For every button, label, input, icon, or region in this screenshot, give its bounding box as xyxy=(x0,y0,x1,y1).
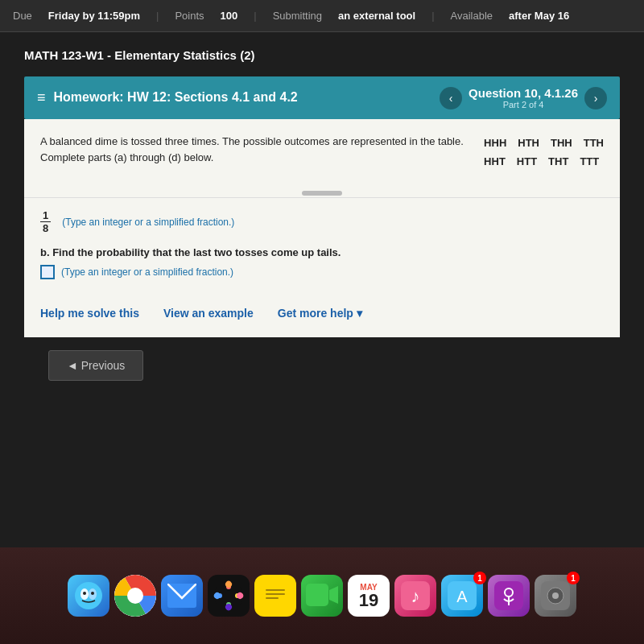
part-b-label: b. Find the probability that the last tw… xyxy=(40,246,604,258)
scroll-pill xyxy=(302,191,342,196)
outcome-table: HHH HTH THH TTH HHT HTT THT TTT xyxy=(484,134,604,171)
hw-label: Homework: xyxy=(54,90,124,104)
svg-rect-17 xyxy=(262,583,288,609)
fraction-denominator: 8 xyxy=(40,222,51,235)
answer-input-row: (Type an integer or a simplified fractio… xyxy=(40,265,604,279)
dock-calendar-icon[interactable]: MAY 19 xyxy=(348,575,390,617)
hamburger-icon[interactable]: ≡ xyxy=(37,89,46,106)
outcome-tth: TTH xyxy=(584,134,604,152)
dock-appstore-icon[interactable]: 1 A xyxy=(441,575,483,617)
due-label: Due xyxy=(13,10,32,22)
part-a-hint: (Type an integer or a simplified fractio… xyxy=(62,217,234,228)
svg-rect-18 xyxy=(266,589,285,591)
outcome-hth: HTH xyxy=(518,134,539,152)
dock-photos-icon[interactable] xyxy=(208,575,250,617)
help-buttons: Help me solve this View an example Get m… xyxy=(24,295,620,337)
part-b-hint: (Type an integer or a simplified fractio… xyxy=(61,266,233,278)
answer-section: 1 8 (Type an integer or a simplified fra… xyxy=(24,197,620,295)
hw-header-left: ≡ Homework: HW 12: Sections 4.1 and 4.2 xyxy=(37,89,298,106)
prev-question-button[interactable]: ‹ xyxy=(440,87,462,109)
available-label: Available xyxy=(451,10,493,22)
hw-title: Homework: HW 12: Sections 4.1 and 4.2 xyxy=(54,89,298,106)
svg-point-4 xyxy=(91,592,94,595)
svg-point-6 xyxy=(127,588,143,604)
submitting-label: Submitting xyxy=(273,10,322,22)
scroll-hint xyxy=(24,186,620,197)
outcome-thh: THH xyxy=(551,134,572,152)
answer-checkbox[interactable] xyxy=(40,265,55,279)
outcome-htt: HTT xyxy=(517,152,537,171)
get-more-help-button[interactable]: Get more help ▾ xyxy=(278,307,362,320)
problem-area: A balanced dime is tossed three times. T… xyxy=(24,119,620,186)
svg-text:♪: ♪ xyxy=(411,586,420,606)
submitting-value: an external tool xyxy=(338,10,415,22)
svg-marker-22 xyxy=(329,586,338,604)
due-value: Friday by 11:59pm xyxy=(48,10,140,22)
svg-rect-19 xyxy=(266,593,285,595)
points-value: 100 xyxy=(221,10,238,22)
dock-facetime-icon[interactable] xyxy=(301,575,343,617)
main-content: MATH 123-W1 - Elementary Statistics (2) … xyxy=(0,32,644,547)
appstore-badge: 1 xyxy=(473,572,486,584)
dock-mail-icon[interactable] xyxy=(161,575,203,617)
dock-notes-icon[interactable] xyxy=(254,575,296,617)
course-title: MATH 123-W1 - Elementary Statistics (2) xyxy=(24,48,620,62)
calendar-day: 19 xyxy=(359,592,378,609)
dock-podcasts-icon[interactable] xyxy=(488,575,530,617)
outcome-ttt: TTT xyxy=(580,152,599,171)
settings-badge: 1 xyxy=(567,572,580,584)
sep3: | xyxy=(431,10,434,22)
available-value: after May 16 xyxy=(509,10,569,22)
outcome-tht: THT xyxy=(548,152,568,171)
svg-rect-20 xyxy=(266,597,279,599)
sep2: | xyxy=(254,10,256,22)
next-question-button[interactable]: › xyxy=(584,87,607,109)
fraction-display: 1 8 xyxy=(40,209,51,235)
outcome-row-1: HHH HTH THH TTH xyxy=(484,134,604,152)
dock-chrome-icon[interactable] xyxy=(114,575,156,617)
hw-name: HW 12: Sections 4.1 and 4.2 xyxy=(127,90,298,104)
dock-finder-icon[interactable] xyxy=(68,575,109,617)
dock-music-icon[interactable]: ♪ xyxy=(394,575,436,617)
question-title: Question 10, 4.1.26 xyxy=(469,86,578,100)
previous-button[interactable]: ◄ Previous xyxy=(48,350,143,381)
svg-point-32 xyxy=(552,592,559,599)
question-info: Question 10, 4.1.26 Part 2 of 4 xyxy=(469,86,578,109)
nav-section: ◄ Previous xyxy=(24,337,620,394)
dock: MAY 19 ♪ 1 A 1 xyxy=(0,547,644,644)
outcome-hhh: HHH xyxy=(484,134,506,152)
outcome-row-2: HHT HTT THT TTT xyxy=(484,152,604,171)
svg-rect-21 xyxy=(306,584,328,606)
hw-header: ≡ Homework: HW 12: Sections 4.1 and 4.2 … xyxy=(24,76,620,119)
fraction-numerator: 1 xyxy=(40,209,51,223)
problem-text: A balanced dime is tossed three times. T… xyxy=(40,134,468,165)
question-sub: Part 2 of 4 xyxy=(469,100,578,109)
top-bar: Due Friday by 11:59pm | Points 100 | Sub… xyxy=(0,0,644,32)
dock-settings-icon[interactable]: 1 xyxy=(535,575,576,617)
view-example-button[interactable]: View an example xyxy=(163,307,254,320)
sep1: | xyxy=(156,10,159,22)
points-label: Points xyxy=(175,10,204,22)
svg-text:A: A xyxy=(456,588,468,605)
svg-point-0 xyxy=(75,582,102,609)
help-solve-button[interactable]: Help me solve this xyxy=(40,307,139,320)
svg-point-3 xyxy=(83,592,86,595)
outcome-hht: HHT xyxy=(484,152,506,171)
hw-header-right: ‹ Question 10, 4.1.26 Part 2 of 4 › xyxy=(440,86,607,109)
part-b: b. Find the probability that the last tw… xyxy=(40,246,604,279)
